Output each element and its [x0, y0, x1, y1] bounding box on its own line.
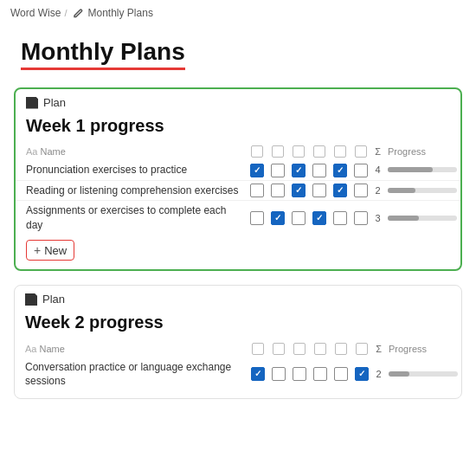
col-header-name: Aa Name: [16, 143, 247, 160]
col-header-check-5: [351, 143, 371, 160]
checkbox-cell[interactable]: [310, 358, 331, 391]
checkbox-cell[interactable]: [331, 358, 351, 391]
breadcrumb-current[interactable]: Monthly Plans: [88, 7, 153, 19]
col-header-check-4: [330, 143, 351, 160]
col-header-checkbox-3: [313, 145, 325, 158]
row-label: Reading or listening comprehension exerc…: [16, 180, 247, 201]
col-header-checkbox-5: [355, 145, 367, 158]
checkbox[interactable]: [293, 367, 306, 381]
checkbox[interactable]: [271, 164, 285, 177]
checkbox[interactable]: [313, 367, 327, 381]
checkbox-cell[interactable]: [288, 180, 309, 201]
checkbox-cell[interactable]: [309, 201, 330, 235]
checkbox[interactable]: [312, 184, 326, 197]
breadcrumb-home[interactable]: Word Wise: [10, 7, 61, 19]
breadcrumb-separator: /: [64, 8, 67, 18]
col-header-checkbox-4: [335, 343, 347, 355]
checkbox[interactable]: [354, 211, 368, 225]
checkbox[interactable]: [312, 164, 326, 177]
sigma-value: 2: [371, 180, 384, 201]
plan-label: Plan: [42, 293, 65, 306]
col-header-check-3: [310, 339, 331, 357]
col-header-checkbox-2: [293, 343, 306, 355]
checkbox-cell[interactable]: [247, 201, 267, 235]
checkbox-cell[interactable]: [268, 358, 289, 391]
checkbox-cell[interactable]: [330, 160, 351, 180]
col-header-checkbox-1: [272, 145, 284, 158]
col-header-checkbox-3: [314, 343, 326, 355]
table-row: Pronunciation exercises to practice4: [16, 160, 460, 180]
row-label: Pronunciation exercises to practice: [16, 160, 247, 180]
col-header-name: Aa Name: [15, 339, 248, 357]
col-header-check-0: [248, 339, 268, 357]
checkbox[interactable]: [250, 164, 264, 177]
checkbox-cell[interactable]: [309, 180, 330, 201]
checkbox-cell[interactable]: [351, 358, 372, 391]
progress-table-week2: Aa NameΣProgressConversation practice or…: [15, 339, 461, 390]
checkbox[interactable]: [250, 184, 264, 197]
checkbox[interactable]: [272, 367, 286, 381]
checkbox[interactable]: [292, 184, 306, 197]
col-header-checkbox-2: [293, 145, 305, 158]
progress-bar-cell: [384, 180, 460, 201]
col-header-checkbox-5: [356, 343, 368, 355]
plan-header-week2: Plan: [15, 286, 461, 309]
page-title-container: Monthly Plans: [0, 23, 476, 81]
col-header-check-3: [309, 143, 330, 160]
col-header-check-5: [351, 339, 372, 357]
checkbox-cell[interactable]: [248, 358, 268, 391]
edit-icon: [73, 8, 83, 18]
checkbox-cell[interactable]: [351, 180, 371, 201]
page-title: Monthly Plans: [21, 38, 185, 70]
checkbox[interactable]: [271, 184, 285, 197]
plan-label: Plan: [43, 96, 66, 109]
checkbox[interactable]: [354, 164, 368, 177]
checkbox-cell[interactable]: [267, 201, 288, 235]
progress-table-week1: Aa NameΣProgressPronunciation exercises …: [16, 143, 460, 235]
checkbox-cell[interactable]: [330, 201, 351, 235]
col-header-check-4: [331, 339, 351, 357]
col-header-progress: Progress: [385, 339, 461, 357]
checkbox-cell[interactable]: [288, 201, 309, 235]
sigma-value: 2: [372, 358, 385, 391]
row-label: Assignments or exercises to complete eac…: [16, 201, 247, 235]
checkbox[interactable]: [271, 211, 285, 225]
checkbox-cell[interactable]: [351, 201, 371, 235]
new-row-button[interactable]: + New: [26, 240, 74, 261]
col-header-checkbox-4: [334, 145, 346, 158]
checkbox-cell[interactable]: [330, 180, 351, 201]
col-header-check-2: [288, 143, 309, 160]
checkbox[interactable]: [292, 164, 306, 177]
checkbox[interactable]: [354, 184, 368, 197]
checkbox[interactable]: [334, 367, 348, 381]
table-row: Reading or listening comprehension exerc…: [16, 180, 460, 201]
sigma-value: 4: [371, 160, 384, 180]
col-header-sigma: Σ: [372, 339, 385, 357]
checkbox[interactable]: [333, 164, 347, 177]
checkbox-cell[interactable]: [247, 180, 267, 201]
sigma-value: 3: [371, 201, 384, 235]
checkbox-cell[interactable]: [288, 160, 309, 180]
section-card-week1: PlanWeek 1 progressAa NameΣProgressPronu…: [14, 87, 462, 271]
checkbox[interactable]: [250, 211, 264, 225]
checkbox-cell[interactable]: [289, 358, 310, 391]
checkbox[interactable]: [312, 211, 326, 225]
checkbox-cell[interactable]: [351, 160, 371, 180]
col-header-checkbox-0: [252, 343, 264, 355]
checkbox-cell[interactable]: [309, 160, 330, 180]
plus-icon: +: [34, 243, 41, 257]
progress-bar-cell: [385, 358, 461, 391]
col-header-sigma: Σ: [371, 143, 384, 160]
checkbox[interactable]: [355, 367, 369, 381]
checkbox[interactable]: [251, 367, 265, 381]
checkbox-cell[interactable]: [267, 180, 288, 201]
checkbox[interactable]: [333, 184, 347, 197]
checkbox-cell[interactable]: [267, 160, 288, 180]
row-label: Conversation practice or language exchan…: [15, 358, 248, 391]
checkbox-cell[interactable]: [247, 160, 267, 180]
checkbox[interactable]: [292, 211, 306, 225]
col-header-check-1: [267, 143, 288, 160]
table-row: Conversation practice or language exchan…: [15, 358, 461, 391]
bookmark-icon: [26, 97, 38, 109]
checkbox[interactable]: [333, 211, 347, 225]
